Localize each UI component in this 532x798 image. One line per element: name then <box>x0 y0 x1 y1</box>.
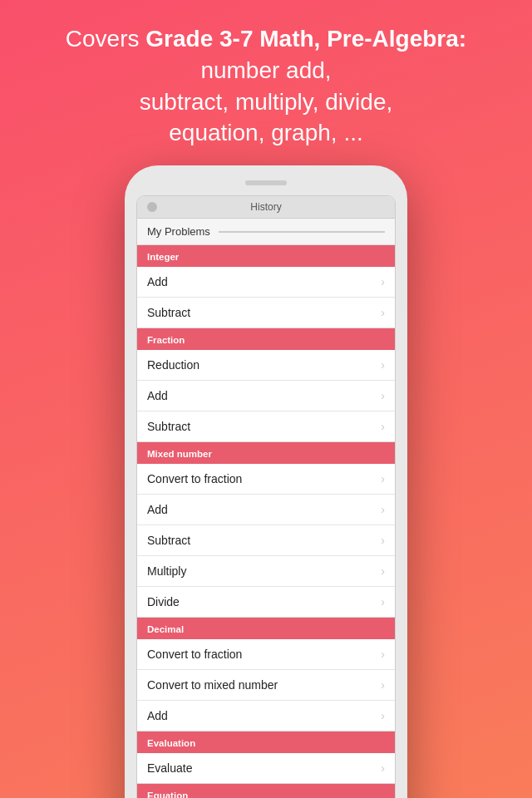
chevron-icon: › <box>381 358 385 372</box>
my-problems-bar: My Problems <box>137 219 395 245</box>
section-label-fraction: Fraction <box>147 335 185 345</box>
list-item-divide-mixed[interactable]: Divide › <box>137 587 395 617</box>
section-fraction: Fraction Reduction › Add › Subtract › <box>137 328 395 442</box>
header-bold-1: Grade 3-7 Math, <box>145 26 320 52</box>
item-label: Subtract <box>147 306 190 319</box>
chevron-icon: › <box>381 534 385 547</box>
section-header-integer: Integer <box>137 245 395 267</box>
chevron-icon: › <box>381 472 385 485</box>
list-item-subtract-fraction[interactable]: Subtract › <box>137 411 395 441</box>
list-item-evaluate[interactable]: Evaluate › <box>137 753 395 783</box>
phone-top-bar: History <box>137 196 395 219</box>
item-label: Add <box>147 275 168 288</box>
list-item-subtract-mixed[interactable]: Subtract › <box>137 525 395 556</box>
section-label-decimal: Decimal <box>147 624 184 634</box>
list-item-decimal-to-mixed[interactable]: Convert to mixed number › <box>137 670 395 701</box>
list-item-decimal-to-fraction[interactable]: Convert to fraction › <box>137 639 395 670</box>
item-label: Divide <box>147 595 180 608</box>
section-evaluation: Evaluation Evaluate › <box>137 732 395 784</box>
phone-camera <box>147 202 157 212</box>
item-label: Subtract <box>147 534 190 547</box>
chevron-icon: › <box>381 389 385 402</box>
list-item-subtract-integer[interactable]: Subtract › <box>137 298 395 328</box>
section-header-mixed: Mixed number <box>137 442 395 464</box>
chevron-icon: › <box>381 306 385 319</box>
header-bold-2: Pre-Algebra: <box>327 26 466 52</box>
item-label: Multiply <box>147 564 186 578</box>
chevron-icon: › <box>381 678 385 692</box>
section-label-evaluation: Evaluation <box>147 738 195 748</box>
list-item-add-fraction[interactable]: Add › <box>137 381 395 411</box>
section-label-mixed: Mixed number <box>147 449 212 459</box>
list-item-add-integer[interactable]: Add › <box>137 267 395 298</box>
section-header-evaluation: Evaluation <box>137 732 395 753</box>
item-label: Add <box>147 389 168 402</box>
list-item-multiply-mixed[interactable]: Multiply › <box>137 556 395 587</box>
list-item-reduction[interactable]: Reduction › <box>137 350 395 381</box>
chevron-icon: › <box>381 648 385 661</box>
phone-shell: History My Problems Integer Add › Subtra… <box>125 165 407 798</box>
chevron-icon: › <box>381 709 385 722</box>
section-equation: Equation Basic › Fraction › <box>137 784 395 798</box>
section-decimal: Decimal Convert to fraction › Convert to… <box>137 618 395 732</box>
item-label: Reduction <box>147 358 200 372</box>
chevron-icon: › <box>381 564 385 578</box>
list-item-add-decimal[interactable]: Add › <box>137 701 395 731</box>
section-mixed-number: Mixed number Convert to fraction › Add ›… <box>137 442 395 618</box>
list-item-convert-fraction-mixed[interactable]: Convert to fraction › <box>137 464 395 495</box>
my-problems-label: My Problems <box>147 225 210 238</box>
list-item-add-mixed[interactable]: Add › <box>137 495 395 525</box>
chevron-icon: › <box>381 275 385 288</box>
section-integer: Integer Add › Subtract › <box>137 245 395 328</box>
phone-screen: History My Problems Integer Add › Subtra… <box>136 195 396 798</box>
section-label-equation: Equation <box>147 791 188 798</box>
item-label: Subtract <box>147 420 190 433</box>
section-label-integer: Integer <box>147 252 179 262</box>
my-problems-line <box>219 231 385 233</box>
header-text: Covers Grade 3-7 Math, Pre-Algebra: numb… <box>0 0 532 165</box>
section-header-decimal: Decimal <box>137 618 395 639</box>
chevron-icon: › <box>381 420 385 433</box>
phone-speaker <box>245 180 287 185</box>
nav-title: History <box>250 201 281 213</box>
item-label: Evaluate <box>147 761 192 775</box>
item-label: Convert to mixed number <box>147 678 278 692</box>
item-label: Convert to fraction <box>147 472 242 485</box>
item-label: Add <box>147 503 168 516</box>
chevron-icon: › <box>381 761 385 775</box>
section-header-fraction: Fraction <box>137 328 395 350</box>
section-header-equation: Equation <box>137 784 395 798</box>
item-label: Convert to fraction <box>147 648 242 661</box>
item-label: Add <box>147 709 168 722</box>
chevron-icon: › <box>381 503 385 516</box>
chevron-icon: › <box>381 595 385 608</box>
